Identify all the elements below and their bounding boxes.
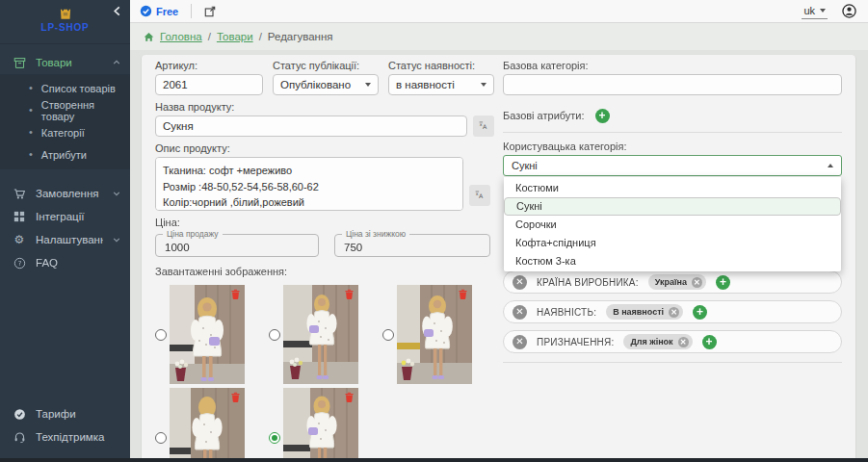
- translate-description-button[interactable]: xA: [469, 185, 490, 206]
- attribute-row-availability: ✕ НАЯВНІСТЬ: В наявності ✕ +: [503, 300, 842, 323]
- breadcrumb-home-link[interactable]: Головна: [160, 31, 202, 42]
- bullet-icon: •: [29, 105, 33, 116]
- sidebar-item-faq[interactable]: ? FAQ: [0, 251, 130, 274]
- logo-text: LP-SHOP: [0, 22, 130, 33]
- trash-icon: [345, 289, 354, 299]
- chevron-down-icon: [113, 190, 120, 197]
- sidebar-item-label: Налаштування: [36, 234, 103, 245]
- description-label: Опис продукту:: [155, 142, 494, 155]
- chip-remove-icon[interactable]: ✕: [678, 337, 689, 347]
- plan-badge-label: Free: [156, 6, 178, 17]
- category-option-selected[interactable]: Сукні: [504, 197, 841, 216]
- chevron-down-icon: [820, 9, 826, 13]
- images-section-label: Завантаженні зображення:: [155, 266, 494, 278]
- main-image-radio[interactable]: [269, 329, 280, 341]
- breadcrumb-products-link[interactable]: Товари: [217, 31, 253, 42]
- sidebar-item-products[interactable]: Товари: [0, 51, 130, 74]
- breadcrumb-separator: /: [259, 31, 262, 42]
- delete-image-button[interactable]: [231, 289, 240, 299]
- main-area: Free uk Головна / Товари / Редагування: [130, 0, 868, 462]
- logo[interactable]: LP-SHOP: [0, 0, 130, 33]
- grid-icon: [13, 211, 26, 222]
- delete-image-button[interactable]: [345, 289, 354, 299]
- sidebar-item-tariffs[interactable]: Тарифи: [0, 402, 130, 425]
- chip-remove-icon[interactable]: ✕: [692, 277, 702, 288]
- sub-item-label: Атрибути: [41, 149, 87, 161]
- publish-status-select[interactable]: Опубліковано: [273, 74, 379, 95]
- sidebar-item-product-list[interactable]: •Список товарів: [0, 77, 130, 99]
- images-row-1: [155, 285, 494, 384]
- delete-image-button[interactable]: [459, 289, 467, 299]
- open-storefront-button[interactable]: [204, 6, 216, 17]
- svg-text:?: ?: [17, 259, 21, 267]
- category-option[interactable]: Кофта+спідниця: [504, 234, 841, 252]
- language-value: uk: [803, 5, 815, 16]
- product-photo: [283, 285, 358, 384]
- main-image-radio[interactable]: [155, 329, 167, 341]
- topbar-divider: [191, 4, 192, 18]
- sidebar-item-product-create[interactable]: •Створення товару: [0, 99, 130, 121]
- sidebar-item-support[interactable]: Техпідтримка: [0, 425, 130, 449]
- language-select[interactable]: uk: [802, 4, 828, 19]
- remove-attribute-button[interactable]: ✕: [513, 305, 527, 320]
- attribute-value-chip: В наявності ✕: [606, 304, 683, 320]
- custom-category-select[interactable]: Сукні: [503, 155, 842, 176]
- sidebar-item-attributes[interactable]: •Атрибути: [0, 143, 130, 166]
- translate-icon: xA: [475, 189, 485, 202]
- custom-category-wrap: Сукні Костюми Сукні Сорочки Кофта+спідни…: [503, 155, 842, 176]
- image-item-5: [269, 388, 358, 462]
- plan-badge[interactable]: Free: [140, 5, 178, 17]
- trash-icon: [231, 392, 240, 402]
- add-attribute-value-button[interactable]: +: [693, 305, 707, 320]
- product-photo: [283, 388, 358, 462]
- add-base-attribute-button[interactable]: +: [595, 109, 610, 123]
- bottom-edge-bar: [0, 458, 868, 462]
- breadcrumb-current: Редагування: [268, 31, 333, 42]
- image-item-2: [269, 285, 358, 384]
- divider: [503, 362, 842, 363]
- category-option[interactable]: Костюми: [504, 179, 841, 197]
- main-image-radio-selected[interactable]: [269, 432, 280, 444]
- product-edit-card: Артикул: Статус публікації: Опубліковано…: [142, 55, 855, 462]
- attribute-name: ПРИЗНАЧЕННЯ:: [537, 337, 614, 347]
- sidebar-collapse-button[interactable]: [113, 6, 121, 16]
- remove-attribute-button[interactable]: ✕: [513, 335, 527, 349]
- add-attribute-value-button[interactable]: +: [716, 275, 730, 290]
- delete-image-button[interactable]: [231, 392, 240, 402]
- description-textarea[interactable]: Тканина: софт +мереживо Розмір :48-50,52…: [155, 157, 463, 211]
- product-name-input[interactable]: [155, 116, 467, 137]
- products-submenu: •Список товарів •Створення товару •Катег…: [0, 74, 130, 169]
- sidebar-item-label: Техпідтримка: [36, 431, 120, 443]
- stock-status-select[interactable]: в наявності: [388, 74, 494, 95]
- product-photo-image: [397, 285, 472, 384]
- chip-remove-icon[interactable]: ✕: [669, 307, 679, 318]
- add-attribute-value-button[interactable]: +: [702, 335, 717, 349]
- topbar: Free uk: [130, 0, 868, 23]
- base-category-input[interactable]: [503, 74, 842, 95]
- sidebar-item-integrations[interactable]: Інтеграції: [0, 205, 130, 228]
- sidebar: LP-SHOP Товари •Список товарів •Створенн…: [0, 0, 130, 462]
- product-photo: [397, 285, 472, 384]
- topbar-right: uk: [802, 4, 856, 19]
- custom-category-value: Сукні: [512, 160, 538, 171]
- breadcrumb: Головна / Товари / Редагування: [130, 23, 868, 50]
- chip-text: В наявності: [613, 307, 664, 317]
- base-attributes-row: Базові атрибути: +: [503, 109, 842, 123]
- main-image-radio[interactable]: [382, 329, 394, 341]
- category-option[interactable]: Костюм 3-ка: [504, 252, 841, 270]
- account-button[interactable]: [842, 4, 856, 18]
- sub-item-label: Створення товару: [41, 99, 130, 122]
- main-image-radio[interactable]: [155, 432, 167, 444]
- sidebar-item-settings[interactable]: ⚙ Налаштування: [0, 228, 130, 251]
- attribute-name: КРАЇНА ВИРОБНИКА:: [537, 277, 639, 288]
- chevron-down-icon: [365, 83, 371, 87]
- attribute-value-chip: Україна ✕: [648, 274, 706, 290]
- category-option[interactable]: Сорочки: [504, 216, 841, 234]
- delete-image-button[interactable]: [345, 392, 354, 402]
- sku-input[interactable]: [155, 74, 263, 95]
- sidebar-item-categories[interactable]: •Категорії: [0, 121, 130, 143]
- sidebar-item-orders[interactable]: Замовлення: [0, 182, 130, 205]
- translate-name-button[interactable]: xA: [473, 116, 494, 137]
- remove-attribute-button[interactable]: ✕: [513, 275, 527, 290]
- product-photo-image: [283, 285, 358, 384]
